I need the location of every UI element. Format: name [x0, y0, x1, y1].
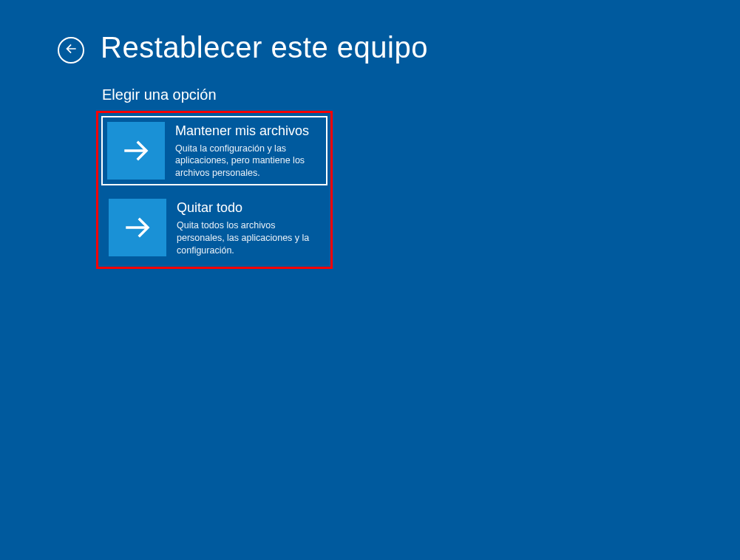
- subtitle: Elegir una opción: [102, 86, 740, 103]
- back-arrow-icon: [64, 41, 78, 59]
- option-description: Quita la configuración y las aplicacione…: [175, 143, 319, 180]
- arrow-right-icon: [107, 122, 165, 180]
- option-text: Mantener mis archivos Quita la configura…: [175, 122, 322, 180]
- arrow-right-icon: [109, 199, 166, 256]
- option-title: Mantener mis archivos: [175, 123, 319, 140]
- option-description: Quita todos los archivos personales, las…: [177, 219, 317, 257]
- page-title: Restablecer este equipo: [101, 31, 428, 64]
- option-title: Quitar todo: [177, 200, 317, 216]
- back-button[interactable]: [58, 37, 84, 64]
- options-container: Mantener mis archivos Quita la configura…: [96, 111, 333, 269]
- option-text: Quitar todo Quita todos los archivos per…: [177, 199, 320, 256]
- option-remove-all[interactable]: Quitar todo Quita todos los archivos per…: [101, 191, 327, 264]
- option-keep-files[interactable]: Mantener mis archivos Quita la configura…: [101, 116, 327, 185]
